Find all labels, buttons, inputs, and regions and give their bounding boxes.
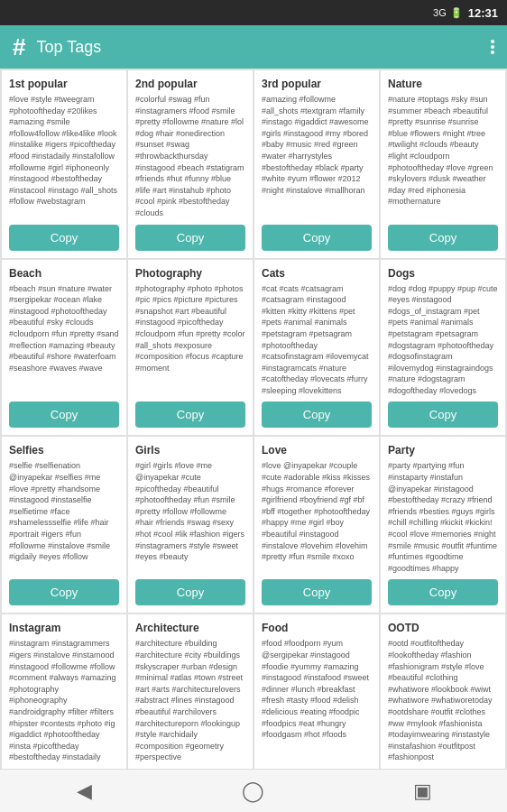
tag-cell: Girls#girl #girls #love #me @inyapekar #… xyxy=(128,437,253,613)
cell-tags: #dog #dog #puppy #pup #cute #eyes #insta… xyxy=(388,283,498,397)
tag-cell: Beach#beach #sun #nature #water #sergipe… xyxy=(2,260,126,436)
tag-cell: Nature#nature #toptags #sky #sun #summer… xyxy=(381,70,505,258)
tag-cell: 2nd popular#colorful #swag #fun #instagr… xyxy=(128,70,253,258)
cell-title: OOTD xyxy=(388,622,498,634)
status-icons: 3G 🔋 xyxy=(433,7,463,19)
tag-cell: 3rd popular#amazing #followme #all_shots… xyxy=(254,70,379,258)
cell-tags: #love #style #tweegram #photooftheday #2… xyxy=(9,94,119,219)
tag-cell: Selfies#selfie #selfienation @inyapekar … xyxy=(2,437,126,613)
tags-grid: 1st popular#love #style #tweegram #photo… xyxy=(0,69,507,769)
copy-button[interactable]: Copy xyxy=(135,579,245,605)
cell-title: 2nd popular xyxy=(135,78,245,90)
home-button[interactable]: ◯ xyxy=(232,770,275,813)
cell-tags: #architecture #building #architecture #c… xyxy=(135,638,245,763)
cell-tags: #food #foodporn #yum @sergipekar #instag… xyxy=(262,638,372,763)
copy-button[interactable]: Copy xyxy=(388,401,498,428)
cell-title: Cats xyxy=(262,267,372,280)
recent-button[interactable]: ▣ xyxy=(401,770,444,813)
cell-tags: #beach #sun #nature #water #sergipekar #… xyxy=(9,283,119,397)
cell-title: Architecture xyxy=(135,622,245,634)
tag-cell: Photography#photography #photo #photos #… xyxy=(128,260,253,436)
cell-tags: #cat #cats #catsagram #catsagram #instag… xyxy=(262,283,372,397)
tag-cell: Dogs#dog #dog #puppy #pup #cute #eyes #i… xyxy=(381,260,505,436)
battery-icon: 🔋 xyxy=(450,7,463,19)
app-title: Top Tags xyxy=(36,38,480,57)
copy-button[interactable]: Copy xyxy=(262,225,372,251)
cell-title: Instagram xyxy=(9,622,119,634)
cell-tags: #amazing #followme #all_shots #textgram … xyxy=(262,94,372,219)
cell-title: Food xyxy=(262,622,372,634)
tag-cell: Party#party #partying #fun #instaparty #… xyxy=(381,437,505,613)
tag-cell: Food#food #foodporn #yum @sergipekar #in… xyxy=(254,614,379,769)
copy-button[interactable]: Copy xyxy=(388,579,498,605)
copy-button[interactable]: Copy xyxy=(135,225,245,251)
tag-cell: 1st popular#love #style #tweegram #photo… xyxy=(2,70,126,258)
cell-title: Dogs xyxy=(388,267,498,280)
status-bar: 3G 🔋 12:31 xyxy=(0,0,507,25)
tag-cell: Love#love @inyapekar #couple #cute #ador… xyxy=(254,437,379,613)
cell-title: Party xyxy=(388,444,498,457)
cell-tags: #colorful #swag #fun #instagramers #food… xyxy=(135,94,245,219)
cell-title: 3rd popular xyxy=(262,78,372,90)
more-options-button[interactable] xyxy=(491,40,494,54)
copy-button[interactable]: Copy xyxy=(262,401,372,428)
cell-tags: #ootd #outfitoftheday #lookoftheday #fas… xyxy=(388,638,498,763)
cell-title: Photography xyxy=(135,267,245,280)
tag-cell: Cats#cat #cats #catsagram #catsagram #in… xyxy=(254,260,379,436)
copy-button[interactable]: Copy xyxy=(388,225,498,251)
cell-tags: #photography #photo #photos #pic #pics #… xyxy=(135,283,245,397)
tag-cell: OOTD#ootd #outfitoftheday #lookoftheday … xyxy=(381,614,505,769)
back-button[interactable]: ◀ xyxy=(63,770,106,813)
top-bar: # Top Tags xyxy=(0,25,507,69)
cell-tags: #selfie #selfienation @inyapekar #selfie… xyxy=(9,460,119,574)
cell-tags: #party #partying #fun #instaparty #insta… xyxy=(388,460,498,574)
cell-title: Selfies xyxy=(9,444,119,457)
copy-button[interactable]: Copy xyxy=(262,579,372,605)
cell-title: Love xyxy=(262,444,372,457)
cell-tags: #instagram #instagrammers #igers #instal… xyxy=(9,638,119,763)
cell-title: Girls xyxy=(135,444,245,457)
hash-icon: # xyxy=(13,35,25,59)
copy-button[interactable]: Copy xyxy=(9,225,119,251)
cell-title: Beach xyxy=(9,267,119,280)
tag-cell: Instagram#instagram #instagrammers #iger… xyxy=(2,614,126,769)
copy-button[interactable]: Copy xyxy=(135,401,245,428)
copy-button[interactable]: Copy xyxy=(9,579,119,605)
cell-tags: #love @inyapekar #couple #cute #adorable… xyxy=(262,460,372,574)
time-display: 12:31 xyxy=(468,6,498,20)
cell-tags: #nature #toptags #sky #sun #summer #beac… xyxy=(388,94,498,219)
cell-tags: #girl #girls #love #me @inyapekar #cute … xyxy=(135,460,245,574)
signal-icon: 3G xyxy=(433,7,447,18)
bottom-nav: ◀ ◯ ▣ xyxy=(0,769,507,812)
cell-title: 1st popular xyxy=(9,78,119,90)
cell-title: Nature xyxy=(388,78,498,90)
copy-button[interactable]: Copy xyxy=(9,401,119,428)
tag-cell: Architecture#architecture #building #arc… xyxy=(128,614,253,769)
